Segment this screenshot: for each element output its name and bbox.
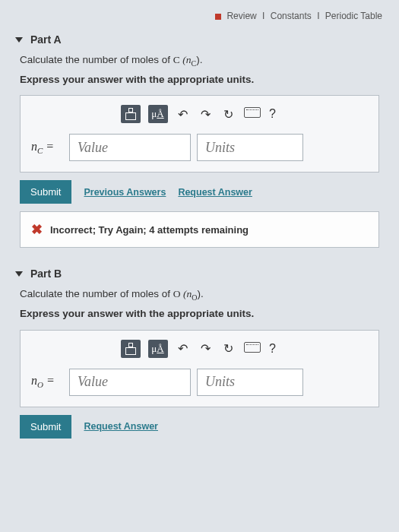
answer-toolbar: μÅ ↶ ↷ ↻ ? bbox=[31, 105, 368, 123]
keyboard-icon[interactable] bbox=[244, 342, 259, 356]
part-a-answer-box: μÅ ↶ ↷ ↻ ? nC = bbox=[20, 95, 379, 173]
units-input[interactable] bbox=[197, 134, 303, 161]
caret-down-icon bbox=[15, 271, 23, 277]
redo-icon[interactable]: ↷ bbox=[198, 341, 214, 356]
review-link[interactable]: Review bbox=[225, 11, 258, 21]
request-answer-link[interactable]: Request Answer bbox=[84, 421, 157, 432]
part-a-header[interactable]: Part A bbox=[15, 29, 384, 52]
help-icon[interactable]: ? bbox=[267, 342, 279, 356]
request-answer-link[interactable]: Request Answer bbox=[178, 187, 252, 198]
value-input[interactable] bbox=[69, 134, 191, 161]
incorrect-icon: ✖ bbox=[31, 221, 43, 238]
part-b-actions: Submit Request Answer bbox=[20, 415, 379, 439]
prompt-text: ). bbox=[196, 54, 202, 65]
var-n: n bbox=[31, 140, 37, 153]
submit-button[interactable]: Submit bbox=[20, 415, 71, 439]
undo-icon[interactable]: ↶ bbox=[176, 107, 191, 122]
review-icon bbox=[215, 14, 221, 20]
periodic-table-link[interactable]: Periodic Table bbox=[324, 11, 384, 21]
constants-link[interactable]: Constants bbox=[269, 11, 313, 21]
template-icon[interactable] bbox=[121, 105, 141, 123]
part-a-title: Part A bbox=[30, 33, 62, 46]
prompt-var: (n bbox=[181, 288, 192, 299]
symbols-icon[interactable]: μÅ bbox=[148, 340, 168, 358]
reset-icon[interactable]: ↻ bbox=[221, 107, 236, 122]
part-b-express: Express your answer with the appropriate… bbox=[20, 306, 384, 322]
keyboard-icon[interactable] bbox=[244, 107, 259, 121]
redo-icon[interactable]: ↷ bbox=[198, 107, 214, 122]
var-n: n bbox=[31, 374, 37, 387]
prompt-text: Calculate the number of moles of bbox=[20, 288, 173, 299]
prompt-element: C bbox=[173, 54, 180, 65]
submit-button[interactable]: Submit bbox=[20, 180, 71, 204]
variable-label: nO = bbox=[31, 374, 63, 389]
var-eq: = bbox=[43, 374, 55, 387]
part-a-actions: Submit Previous Answers Request Answer bbox=[20, 180, 379, 204]
variable-label: nC = bbox=[31, 140, 63, 155]
caret-down-icon bbox=[15, 37, 23, 43]
previous-answers-link[interactable]: Previous Answers bbox=[84, 187, 166, 198]
reset-icon[interactable]: ↻ bbox=[221, 341, 236, 356]
value-input[interactable] bbox=[69, 369, 191, 396]
input-row: nO = bbox=[31, 369, 368, 396]
sep: I bbox=[315, 11, 321, 21]
part-b-header[interactable]: Part B bbox=[15, 263, 384, 286]
prompt-text: Calculate the number of moles of bbox=[20, 54, 173, 65]
part-b-title: Part B bbox=[30, 268, 62, 280]
help-icon[interactable]: ? bbox=[267, 107, 279, 121]
part-a-express: Express your answer with the appropriate… bbox=[20, 71, 384, 88]
sep: I bbox=[261, 11, 266, 21]
prompt-element: O bbox=[173, 288, 181, 299]
prompt-text: ). bbox=[197, 288, 203, 299]
symbols-icon[interactable]: μÅ bbox=[148, 105, 168, 123]
units-input[interactable] bbox=[197, 369, 303, 396]
answer-toolbar: μÅ ↶ ↷ ↻ ? bbox=[31, 340, 368, 358]
input-row: nC = bbox=[31, 134, 368, 161]
template-icon[interactable] bbox=[121, 340, 141, 358]
part-b-prompt: Calculate the number of moles of O (nO). bbox=[20, 286, 384, 304]
undo-icon[interactable]: ↶ bbox=[176, 341, 191, 356]
var-sub: O bbox=[37, 381, 43, 390]
feedback-box: ✖ Incorrect; Try Again; 4 attempts remai… bbox=[20, 211, 379, 248]
prompt-var: (n bbox=[180, 54, 192, 65]
var-eq: = bbox=[43, 140, 54, 153]
part-a-prompt: Calculate the number of moles of C (nC). bbox=[20, 52, 384, 70]
feedback-text: Incorrect; Try Again; 4 attempts remaini… bbox=[50, 224, 249, 236]
part-b-answer-box: μÅ ↶ ↷ ↻ ? nO = bbox=[20, 330, 379, 407]
top-nav: Review I Constants I Periodic Table bbox=[15, 8, 384, 29]
